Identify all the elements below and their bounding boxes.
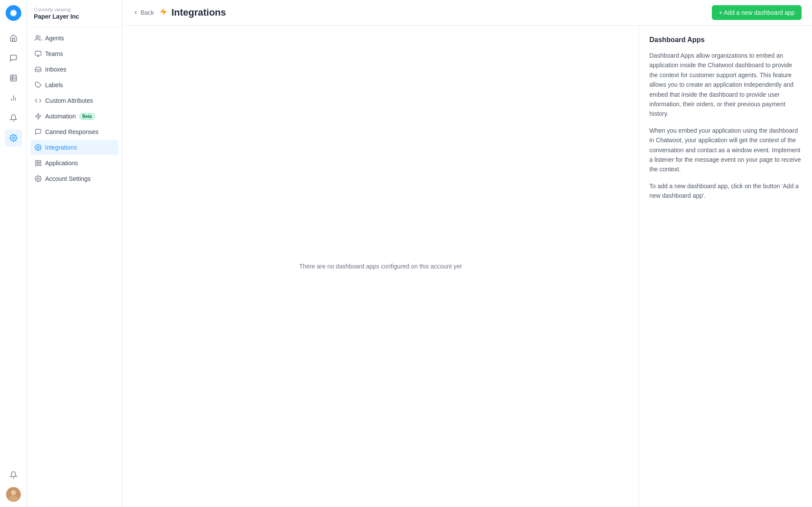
info-panel-title: Dashboard Apps xyxy=(649,36,802,44)
sidebar-label-labels: Labels xyxy=(45,82,63,88)
svg-rect-13 xyxy=(35,51,41,55)
sidebar-item-custom-attributes[interactable]: Custom Attributes xyxy=(30,93,118,108)
nav-conversations[interactable] xyxy=(5,49,22,67)
reports-icon xyxy=(10,94,17,102)
contacts-icon xyxy=(10,74,17,82)
sidebar-item-teams[interactable]: Teams xyxy=(30,46,118,61)
svg-point-16 xyxy=(37,147,39,148)
main-area: Back Integrations + Add a new dashboard … xyxy=(122,0,812,507)
svg-point-10 xyxy=(11,490,16,495)
back-link[interactable]: Back xyxy=(133,9,154,16)
lightning-icon xyxy=(159,7,168,18)
info-panel-p2: When you embed your application using th… xyxy=(649,126,802,174)
tag-icon xyxy=(35,82,42,88)
automation-icon xyxy=(35,113,42,120)
sidebar-item-applications[interactable]: Applications xyxy=(30,156,118,170)
logo-icon xyxy=(9,9,18,17)
sidebar-label-automation: Automation xyxy=(45,113,76,120)
settings-nav-icon xyxy=(10,134,17,142)
icon-bar-bottom xyxy=(5,466,22,502)
avatar-icon xyxy=(6,487,21,502)
back-chevron-icon xyxy=(133,10,139,16)
nav-settings[interactable] xyxy=(5,129,22,147)
account-settings-icon xyxy=(35,175,42,182)
sidebar-label-applications: Applications xyxy=(45,160,78,167)
sidebar-item-canned-responses[interactable]: Canned Responses xyxy=(30,124,118,139)
sidebar-item-labels[interactable]: Labels xyxy=(30,78,118,92)
nav-home[interactable] xyxy=(5,29,22,47)
sidebar-label-canned-responses: Canned Responses xyxy=(45,128,98,135)
icon-bar-nav xyxy=(5,29,22,466)
sidebar-nav: Agents Teams Inboxes Labels Custom Attri… xyxy=(27,31,122,186)
chat-icon xyxy=(10,54,17,62)
sidebar-item-account-settings[interactable]: Account Settings xyxy=(30,171,118,186)
sidebar-label-inboxes: Inboxes xyxy=(45,66,66,73)
account-name: Paper Layer Inc xyxy=(34,13,115,20)
sidebar-label-custom-attributes: Custom Attributes xyxy=(45,97,93,104)
sidebar-item-agents[interactable]: Agents xyxy=(30,31,118,46)
applications-icon xyxy=(35,160,42,167)
bolt-icon xyxy=(159,7,168,16)
attribute-icon xyxy=(35,97,42,104)
svg-point-12 xyxy=(36,36,38,38)
page-title: Integrations xyxy=(171,7,226,18)
sidebar-label-agents: Agents xyxy=(45,35,64,42)
sidebar-item-automation[interactable]: Automation Beta xyxy=(30,109,118,124)
topbar-left: Back Integrations xyxy=(133,7,226,18)
svg-point-21 xyxy=(37,178,39,180)
main-panel: There are no dashboard apps configured o… xyxy=(122,26,638,507)
empty-state-text: There are no dashboard apps configured o… xyxy=(299,263,462,270)
info-panel-p3: To add a new dashboard app, click on the… xyxy=(649,181,802,201)
sidebar-item-integrations[interactable]: Integrations xyxy=(30,140,118,155)
info-panel: Dashboard Apps Dashboard Apps allow orga… xyxy=(638,26,812,507)
sidebar-label-integrations: Integrations xyxy=(45,144,77,151)
users-icon xyxy=(35,35,42,42)
topbar: Back Integrations + Add a new dashboard … xyxy=(122,0,812,26)
add-dashboard-app-button[interactable]: + Add a new dashboard app xyxy=(712,5,802,20)
svg-point-8 xyxy=(12,137,14,139)
canned-icon xyxy=(35,128,42,135)
bell-icon xyxy=(10,471,17,479)
svg-marker-22 xyxy=(160,8,167,16)
info-panel-p1: Dashboard Apps allow organizations to em… xyxy=(649,51,802,119)
icon-bar xyxy=(0,0,27,507)
svg-rect-19 xyxy=(36,164,38,166)
team-icon xyxy=(35,50,42,57)
avatar[interactable] xyxy=(6,487,21,502)
back-label: Back xyxy=(141,9,154,16)
beta-badge: Beta xyxy=(79,113,95,120)
nav-notifications[interactable] xyxy=(5,109,22,127)
sidebar-item-inboxes[interactable]: Inboxes xyxy=(30,62,118,77)
svg-rect-20 xyxy=(39,164,41,166)
sidebar-header: Currently viewing: Paper Layer Inc xyxy=(27,7,122,27)
sidebar-label-account-settings: Account Settings xyxy=(45,175,91,182)
integrations-icon xyxy=(35,144,42,151)
svg-marker-15 xyxy=(36,113,41,119)
notifications-icon xyxy=(10,114,17,122)
currently-viewing-label: Currently viewing: xyxy=(34,7,115,12)
svg-rect-17 xyxy=(36,160,38,163)
nav-contacts[interactable] xyxy=(5,69,22,87)
svg-rect-1 xyxy=(10,75,16,81)
sidebar-label-teams: Teams xyxy=(45,50,63,57)
topbar-title-group: Integrations xyxy=(159,7,226,18)
content-area: There are no dashboard apps configured o… xyxy=(122,26,812,507)
nav-bell[interactable] xyxy=(5,466,22,484)
home-icon xyxy=(10,34,17,42)
logo[interactable] xyxy=(6,5,21,21)
inbox-icon xyxy=(35,66,42,73)
nav-reports[interactable] xyxy=(5,89,22,107)
svg-rect-18 xyxy=(39,160,41,163)
sidebar: Currently viewing: Paper Layer Inc Agent… xyxy=(27,0,122,507)
